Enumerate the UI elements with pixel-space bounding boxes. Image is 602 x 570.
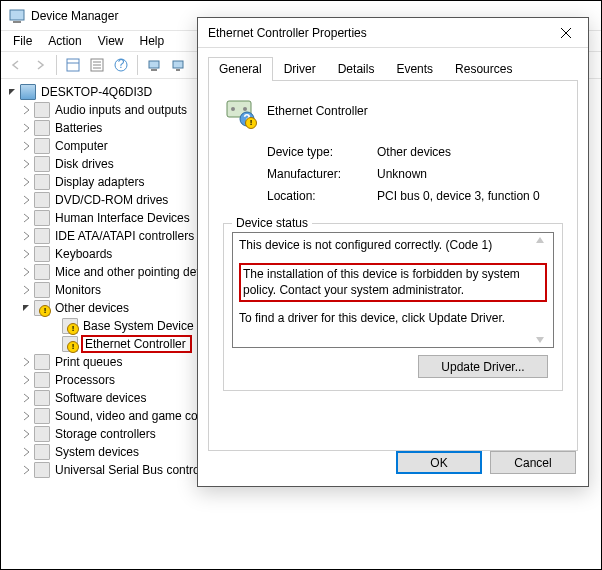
properties-dialog: Ethernet Controller Properties General D… — [197, 17, 589, 487]
toolbar-update-button[interactable] — [167, 54, 189, 76]
chevron-right-icon[interactable] — [19, 373, 33, 387]
chevron-right-icon[interactable] — [19, 193, 33, 207]
svg-text:?: ? — [118, 58, 125, 71]
device-type-value: Other devices — [377, 145, 451, 159]
status-line3: To find a driver for this device, click … — [239, 310, 547, 326]
chevron-right-icon[interactable] — [19, 409, 33, 423]
chevron-right-icon[interactable] — [19, 283, 33, 297]
cancel-button[interactable]: Cancel — [490, 451, 576, 474]
tree-category-label: DVD/CD-ROM drives — [53, 193, 170, 207]
tree-category-label: System devices — [53, 445, 141, 459]
info-row-mfg: Manufacturer: Unknown — [267, 163, 563, 185]
category-icon — [34, 210, 50, 226]
device-warning-icon: ? — [223, 95, 255, 127]
toolbar-properties-button[interactable] — [86, 54, 108, 76]
svg-rect-12 — [173, 61, 183, 68]
category-icon — [34, 372, 50, 388]
tab-driver[interactable]: Driver — [273, 57, 327, 81]
tree-category-label: Processors — [53, 373, 117, 387]
category-icon — [34, 138, 50, 154]
device-type-label: Device type: — [267, 145, 377, 159]
chevron-right-icon[interactable] — [19, 445, 33, 459]
chevron-right-icon[interactable] — [19, 391, 33, 405]
device-warning-icon — [62, 336, 78, 352]
tree-category-label: Keyboards — [53, 247, 114, 261]
manufacturer-value: Unknown — [377, 167, 427, 181]
tree-category-label: Batteries — [53, 121, 104, 135]
menu-help[interactable]: Help — [132, 32, 173, 50]
toolbar-separator — [137, 55, 138, 75]
dlg-titlebar[interactable]: Ethernet Controller Properties — [198, 18, 588, 48]
tab-general[interactable]: General — [208, 57, 273, 81]
info-row-type: Device type: Other devices — [267, 141, 563, 163]
device-status-legend: Device status — [232, 216, 312, 230]
chevron-right-icon[interactable] — [19, 355, 33, 369]
chevron-right-icon[interactable] — [19, 103, 33, 117]
menu-action[interactable]: Action — [40, 32, 89, 50]
manufacturer-label: Manufacturer: — [267, 167, 377, 181]
menu-view[interactable]: View — [90, 32, 132, 50]
chevron-right-icon[interactable] — [19, 247, 33, 261]
category-icon — [34, 462, 50, 478]
tree-category-label: Human Interface Devices — [53, 211, 192, 225]
category-icon — [34, 444, 50, 460]
category-icon — [34, 408, 50, 424]
device-status-textbox[interactable]: This device is not configured correctly.… — [232, 232, 554, 348]
close-button[interactable] — [543, 18, 588, 47]
svg-point-15 — [243, 107, 247, 111]
toolbar-help-button[interactable]: ? — [110, 54, 132, 76]
tree-category-label: Software devices — [53, 391, 148, 405]
category-icon — [34, 156, 50, 172]
chevron-right-icon[interactable] — [19, 175, 33, 189]
chevron-right-icon[interactable] — [19, 139, 33, 153]
svg-text:?: ? — [243, 112, 250, 126]
tree-device-label: Base System Device — [81, 319, 196, 333]
tree-category-label: Print queues — [53, 355, 124, 369]
chevron-right-icon[interactable] — [19, 463, 33, 477]
computer-icon — [20, 84, 36, 100]
chevron-down-icon[interactable] — [5, 85, 19, 99]
category-icon — [34, 192, 50, 208]
svg-point-14 — [231, 107, 235, 111]
scroll-down-icon — [535, 335, 545, 345]
category-icon — [34, 426, 50, 442]
chevron-down-icon[interactable] — [19, 301, 33, 315]
tree-category-label: Display adapters — [53, 175, 146, 189]
toolbar-forward-button[interactable] — [29, 54, 51, 76]
tree-category-label: Computer — [53, 139, 110, 153]
chevron-right-icon[interactable] — [19, 229, 33, 243]
location-label: Location: — [267, 189, 377, 203]
dlg-title: Ethernet Controller Properties — [208, 26, 543, 40]
status-line1: This device is not configured correctly.… — [239, 237, 547, 253]
tab-events[interactable]: Events — [385, 57, 444, 81]
tree-category-label: Other devices — [53, 301, 131, 315]
chevron-right-icon[interactable] — [19, 265, 33, 279]
category-icon — [34, 102, 50, 118]
tab-details[interactable]: Details — [327, 57, 386, 81]
dlg-tabs: General Driver Details Events Resources — [208, 56, 578, 81]
tree-category-label: Storage controllers — [53, 427, 158, 441]
location-value: PCI bus 0, device 3, function 0 — [377, 189, 540, 203]
tab-resources[interactable]: Resources — [444, 57, 523, 81]
update-driver-button[interactable]: Update Driver... — [418, 355, 548, 378]
tab-content-general: ? Ethernet Controller Device type: Other… — [208, 81, 578, 451]
category-icon — [34, 174, 50, 190]
toolbar-back-button[interactable] — [5, 54, 27, 76]
chevron-right-icon[interactable] — [19, 157, 33, 171]
dm-title: Device Manager — [31, 9, 118, 23]
menu-file[interactable]: File — [5, 32, 40, 50]
ok-button[interactable]: OK — [396, 451, 482, 474]
category-icon — [34, 228, 50, 244]
chevron-right-icon[interactable] — [19, 121, 33, 135]
toolbar-scan-button[interactable] — [143, 54, 165, 76]
chevron-right-icon[interactable] — [19, 211, 33, 225]
category-icon — [34, 300, 50, 316]
device-manager-icon — [9, 8, 25, 24]
toolbar-show-hide-button[interactable] — [62, 54, 84, 76]
svg-rect-10 — [149, 61, 159, 68]
tree-spacer — [47, 337, 61, 351]
svg-rect-2 — [67, 59, 79, 71]
chevron-right-icon[interactable] — [19, 427, 33, 441]
svg-rect-1 — [13, 21, 21, 23]
scrollbar[interactable] — [535, 235, 551, 345]
